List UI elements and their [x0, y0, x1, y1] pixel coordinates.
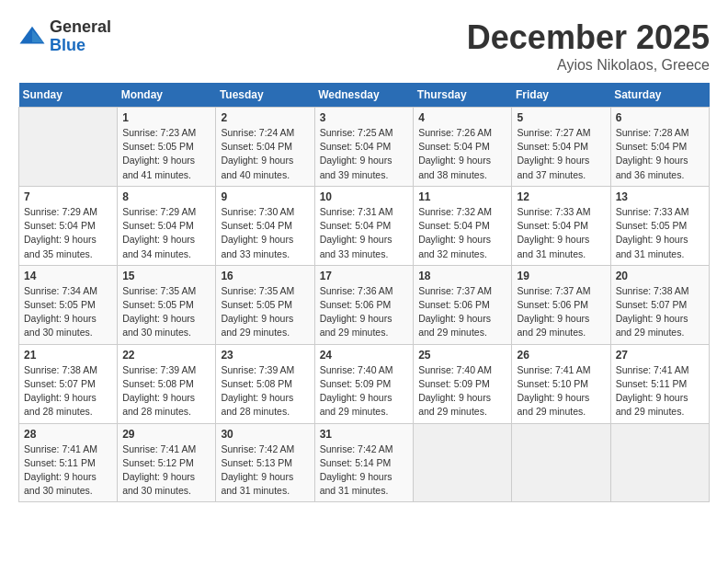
weekday-header-friday: Friday [512, 83, 610, 108]
day-number: 1 [122, 111, 210, 124]
day-info: Sunrise: 7:29 AM Sunset: 5:04 PM Dayligh… [24, 205, 112, 261]
day-info: Sunrise: 7:42 AM Sunset: 5:13 PM Dayligh… [221, 442, 309, 499]
day-info: Sunrise: 7:41 AM Sunset: 5:10 PM Dayligh… [517, 363, 605, 419]
logo-general: General [50, 18, 111, 37]
calendar-cell: 29Sunrise: 7:41 AM Sunset: 5:12 PM Dayli… [118, 423, 216, 502]
day-info: Sunrise: 7:38 AM Sunset: 5:07 PM Dayligh… [24, 363, 112, 419]
day-number: 31 [320, 428, 409, 441]
day-info: Sunrise: 7:41 AM Sunset: 5:12 PM Dayligh… [122, 442, 210, 499]
calendar-cell [19, 108, 118, 187]
logo: General Blue [18, 18, 111, 55]
calendar-cell: 11Sunrise: 7:32 AM Sunset: 5:04 PM Dayli… [414, 186, 512, 265]
calendar-cell: 21Sunrise: 7:38 AM Sunset: 5:07 PM Dayli… [19, 344, 118, 423]
day-info: Sunrise: 7:28 AM Sunset: 5:04 PM Dayligh… [616, 126, 704, 182]
calendar-cell: 27Sunrise: 7:41 AM Sunset: 5:11 PM Dayli… [610, 344, 709, 423]
day-info: Sunrise: 7:23 AM Sunset: 5:05 PM Dayligh… [122, 126, 210, 182]
calendar-cell: 10Sunrise: 7:31 AM Sunset: 5:04 PM Dayli… [314, 186, 414, 265]
calendar-week-row: 14Sunrise: 7:34 AM Sunset: 5:05 PM Dayli… [19, 265, 710, 344]
calendar-cell: 8Sunrise: 7:29 AM Sunset: 5:04 PM Daylig… [118, 186, 216, 265]
day-info: Sunrise: 7:24 AM Sunset: 5:04 PM Dayligh… [221, 126, 309, 182]
calendar-cell: 25Sunrise: 7:40 AM Sunset: 5:09 PM Dayli… [414, 344, 512, 423]
weekday-header-thursday: Thursday [414, 83, 512, 108]
day-info: Sunrise: 7:32 AM Sunset: 5:04 PM Dayligh… [418, 205, 506, 261]
calendar-cell: 30Sunrise: 7:42 AM Sunset: 5:13 PM Dayli… [216, 423, 314, 502]
calendar-cell: 18Sunrise: 7:37 AM Sunset: 5:06 PM Dayli… [414, 265, 512, 344]
day-number: 30 [221, 428, 309, 441]
day-info: Sunrise: 7:39 AM Sunset: 5:08 PM Dayligh… [122, 363, 210, 419]
calendar-cell: 12Sunrise: 7:33 AM Sunset: 5:04 PM Dayli… [512, 186, 610, 265]
day-number: 10 [320, 190, 409, 203]
day-info: Sunrise: 7:34 AM Sunset: 5:05 PM Dayligh… [24, 284, 112, 340]
day-info: Sunrise: 7:35 AM Sunset: 5:05 PM Dayligh… [122, 284, 210, 340]
calendar-cell: 16Sunrise: 7:35 AM Sunset: 5:05 PM Dayli… [216, 265, 314, 344]
day-number: 2 [221, 111, 309, 124]
calendar-cell [610, 423, 709, 502]
day-number: 20 [616, 270, 704, 282]
calendar-cell: 9Sunrise: 7:30 AM Sunset: 5:04 PM Daylig… [216, 186, 314, 265]
day-number: 17 [320, 270, 409, 282]
day-info: Sunrise: 7:37 AM Sunset: 5:06 PM Dayligh… [418, 284, 506, 340]
day-number: 7 [24, 190, 112, 203]
weekday-header-tuesday: Tuesday [216, 83, 314, 108]
calendar-cell: 24Sunrise: 7:40 AM Sunset: 5:09 PM Dayli… [314, 344, 414, 423]
day-info: Sunrise: 7:30 AM Sunset: 5:04 PM Dayligh… [221, 205, 309, 261]
day-number: 23 [221, 349, 309, 362]
calendar-cell: 2Sunrise: 7:24 AM Sunset: 5:04 PM Daylig… [216, 108, 314, 187]
day-number: 3 [320, 111, 409, 124]
title-block: December 2025 Ayios Nikolaos, Greece [467, 18, 710, 74]
weekday-header-wednesday: Wednesday [314, 83, 414, 108]
calendar-week-row: 21Sunrise: 7:38 AM Sunset: 5:07 PM Dayli… [19, 344, 710, 423]
day-info: Sunrise: 7:40 AM Sunset: 5:09 PM Dayligh… [320, 363, 409, 419]
calendar-cell: 23Sunrise: 7:39 AM Sunset: 5:08 PM Dayli… [216, 344, 314, 423]
logo-icon [18, 23, 46, 51]
day-number: 8 [122, 190, 210, 203]
day-number: 29 [122, 428, 210, 441]
day-number: 22 [122, 349, 210, 362]
month-title: December 2025 [467, 18, 710, 57]
day-number: 27 [616, 349, 704, 362]
day-info: Sunrise: 7:41 AM Sunset: 5:11 PM Dayligh… [616, 363, 704, 419]
calendar-week-row: 7Sunrise: 7:29 AM Sunset: 5:04 PM Daylig… [19, 186, 710, 265]
logo-blue: Blue [50, 37, 111, 55]
day-info: Sunrise: 7:42 AM Sunset: 5:14 PM Dayligh… [320, 442, 409, 499]
calendar-cell: 4Sunrise: 7:26 AM Sunset: 5:04 PM Daylig… [414, 108, 512, 187]
day-number: 21 [24, 349, 112, 362]
calendar-cell: 1Sunrise: 7:23 AM Sunset: 5:05 PM Daylig… [118, 108, 216, 187]
calendar-week-row: 1Sunrise: 7:23 AM Sunset: 5:05 PM Daylig… [19, 108, 710, 187]
day-info: Sunrise: 7:37 AM Sunset: 5:06 PM Dayligh… [517, 284, 605, 340]
calendar-cell: 5Sunrise: 7:27 AM Sunset: 5:04 PM Daylig… [512, 108, 610, 187]
calendar-week-row: 28Sunrise: 7:41 AM Sunset: 5:11 PM Dayli… [19, 423, 710, 502]
day-info: Sunrise: 7:33 AM Sunset: 5:04 PM Dayligh… [517, 205, 605, 261]
weekday-header-monday: Monday [118, 83, 216, 108]
day-info: Sunrise: 7:33 AM Sunset: 5:05 PM Dayligh… [616, 205, 704, 261]
day-number: 6 [616, 111, 704, 124]
day-info: Sunrise: 7:27 AM Sunset: 5:04 PM Dayligh… [517, 126, 605, 182]
calendar-cell [414, 423, 512, 502]
weekday-header-saturday: Saturday [610, 83, 709, 108]
calendar-cell: 13Sunrise: 7:33 AM Sunset: 5:05 PM Dayli… [610, 186, 709, 265]
day-number: 11 [418, 190, 506, 203]
day-number: 14 [24, 270, 112, 282]
day-number: 5 [517, 111, 605, 124]
day-number: 12 [517, 190, 605, 203]
calendar-cell: 19Sunrise: 7:37 AM Sunset: 5:06 PM Dayli… [512, 265, 610, 344]
day-info: Sunrise: 7:25 AM Sunset: 5:04 PM Dayligh… [320, 126, 409, 182]
weekday-header-row: SundayMondayTuesdayWednesdayThursdayFrid… [19, 83, 710, 108]
day-info: Sunrise: 7:36 AM Sunset: 5:06 PM Dayligh… [320, 284, 409, 340]
day-number: 13 [616, 190, 704, 203]
calendar-cell: 3Sunrise: 7:25 AM Sunset: 5:04 PM Daylig… [314, 108, 414, 187]
calendar-cell: 31Sunrise: 7:42 AM Sunset: 5:14 PM Dayli… [314, 423, 414, 502]
day-number: 19 [517, 270, 605, 282]
day-number: 28 [24, 428, 112, 441]
calendar-cell [512, 423, 610, 502]
calendar-cell: 20Sunrise: 7:38 AM Sunset: 5:07 PM Dayli… [610, 265, 709, 344]
day-info: Sunrise: 7:29 AM Sunset: 5:04 PM Dayligh… [122, 205, 210, 261]
day-info: Sunrise: 7:31 AM Sunset: 5:04 PM Dayligh… [320, 205, 409, 261]
day-number: 9 [221, 190, 309, 203]
calendar-cell: 26Sunrise: 7:41 AM Sunset: 5:10 PM Dayli… [512, 344, 610, 423]
calendar-cell: 14Sunrise: 7:34 AM Sunset: 5:05 PM Dayli… [19, 265, 118, 344]
calendar-cell: 28Sunrise: 7:41 AM Sunset: 5:11 PM Dayli… [19, 423, 118, 502]
day-info: Sunrise: 7:35 AM Sunset: 5:05 PM Dayligh… [221, 284, 309, 340]
day-info: Sunrise: 7:41 AM Sunset: 5:11 PM Dayligh… [24, 442, 112, 499]
day-number: 26 [517, 349, 605, 362]
